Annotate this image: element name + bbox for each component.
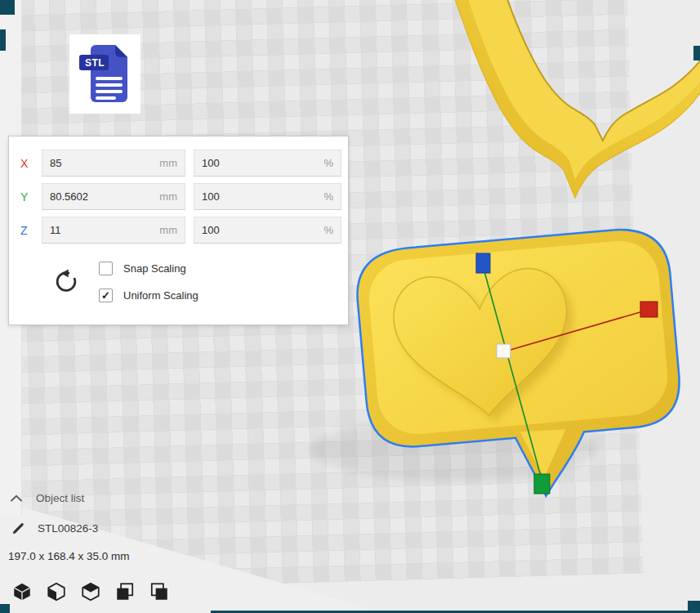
scale-x-percent-input[interactable] [202, 157, 319, 169]
snap-scaling-row: Snap Scaling [99, 262, 198, 275]
screen-edge-mark [693, 46, 700, 60]
reset-scale-button[interactable] [51, 268, 79, 296]
scale-y-mm-input[interactable] [50, 190, 154, 203]
scale-row-y: Y mm % [20, 183, 341, 210]
scale-z-mm-input[interactable] [50, 224, 154, 236]
screen-corner-mark [0, 0, 15, 15]
scale-y-percent-field[interactable]: % [194, 183, 341, 210]
stl-file-icon: STL [78, 43, 132, 106]
scale-z-mm-field[interactable]: mm [42, 217, 185, 244]
percent-unit-label: % [323, 157, 333, 169]
cookie-cutter-model[interactable] [454, 0, 700, 198]
reset-scale-icon [52, 268, 78, 294]
gizmo-z-handle[interactable] [476, 253, 490, 273]
gizmo-center-handle[interactable] [497, 344, 511, 358]
scale-x-mm-field[interactable]: mm [42, 150, 185, 177]
percent-unit-label: % [323, 224, 333, 236]
scale-z-percent-field[interactable]: % [194, 217, 341, 244]
mm-unit-label: mm [159, 190, 177, 203]
mm-unit-label: mm [159, 224, 177, 236]
scale-x-percent-field[interactable]: % [194, 150, 341, 177]
object-list-label: Object list [36, 492, 84, 504]
scale-y-mm-field[interactable]: mm [42, 183, 185, 210]
left-view-icon [114, 581, 136, 602]
model-dimensions-label: 197.0 x 168.4 x 35.0 mm [8, 550, 130, 562]
mm-unit-label: mm [159, 157, 177, 169]
axis-x-label: X [20, 157, 33, 170]
scale-y-percent-input[interactable] [202, 190, 319, 203]
view-3d-button[interactable] [10, 580, 33, 604]
gizmo-x-handle[interactable] [640, 302, 658, 317]
object-list-item[interactable]: STL00826-3 [11, 521, 98, 535]
view-right-button[interactable] [147, 580, 171, 604]
uniform-scaling-checkbox[interactable]: ✓ [99, 289, 113, 302]
stl-label: STL [85, 57, 105, 69]
scale-row-z: Z mm % [20, 217, 341, 244]
percent-unit-label: % [323, 190, 333, 203]
snap-scaling-label: Snap Scaling [123, 262, 186, 275]
uniform-scaling-label: Uniform Scaling [123, 289, 198, 302]
object-list-header[interactable]: Object list [10, 492, 84, 504]
gizmo-y-handle[interactable] [534, 474, 550, 494]
scale-x-mm-input[interactable] [50, 157, 154, 169]
object-name-label: STL00826-3 [38, 522, 98, 535]
top-view-icon [80, 581, 101, 602]
3d-view-icon [11, 581, 33, 602]
screen-edge-mark [0, 29, 6, 51]
view-left-button[interactable] [113, 580, 136, 604]
pencil-icon [11, 521, 25, 535]
stl-file-thumbnail: STL [69, 34, 140, 114]
front-view-icon [46, 581, 67, 602]
view-front-button[interactable] [44, 580, 68, 604]
scale-row-x: X mm % [20, 150, 341, 177]
chevron-up-icon [10, 494, 23, 503]
axis-z-label: Z [20, 224, 33, 237]
snap-scaling-checkbox[interactable] [99, 262, 113, 275]
screen-corner-mark [0, 604, 10, 613]
right-view-icon [149, 581, 170, 602]
check-icon: ✓ [101, 290, 110, 301]
view-top-button[interactable] [78, 580, 102, 604]
scale-z-percent-input[interactable] [202, 224, 319, 236]
axis-y-label: Y [20, 190, 33, 204]
uniform-scaling-row: ✓ Uniform Scaling [99, 289, 198, 302]
camera-view-toolbar [10, 580, 171, 604]
scale-tool-panel: X mm % Y mm % Z mm % [8, 136, 349, 325]
